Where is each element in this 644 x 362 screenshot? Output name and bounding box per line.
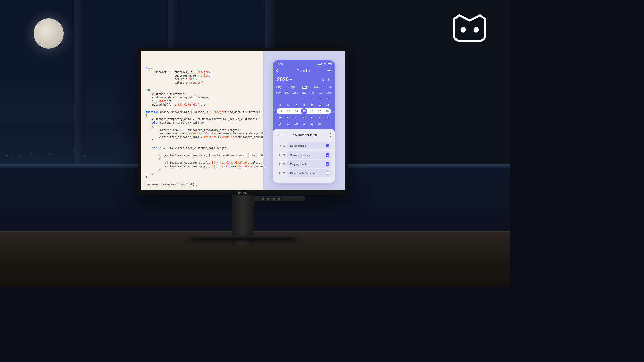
calendar-day[interactable]: 29: [301, 121, 307, 127]
calendar-day[interactable]: 15: [301, 108, 307, 114]
calendar-day[interactable]: 13: [285, 108, 292, 114]
tasks-date: 15 October 2020: [293, 133, 317, 137]
task-list: 9: 00Do exercises21: 00Spanish lessons21…: [276, 142, 332, 177]
calendar-day[interactable]: 25: [324, 115, 331, 120]
calendar-day[interactable]: 9: [309, 102, 315, 108]
task-checkbox[interactable]: [326, 171, 329, 175]
calendar-day[interactable]: 4: [324, 96, 331, 101]
calendar-week[interactable]: 12131415161718: [273, 108, 335, 114]
clock: 12:35: [276, 63, 283, 66]
battery-icon: [328, 63, 332, 65]
calendar-grid[interactable]: 1234567891011121314151617181920212223242…: [273, 95, 335, 127]
svg-point-4: [322, 79, 323, 80]
task-label: Spanish lessons: [287, 151, 332, 159]
month-tab[interactable]: Sept: [289, 85, 295, 89]
monitor-bezel: type TCustomer : { customer_id : integer…: [138, 48, 348, 195]
task-time: 21: 00: [276, 154, 285, 156]
calendar-day[interactable]: 27: [285, 121, 291, 127]
code-editor: type TCustomer : { customer_id : integer…: [141, 51, 263, 190]
tasks-panel: + 15 October 2020 9: 00Do exercises21: 0…: [273, 129, 335, 183]
app-header: To-do list: [273, 67, 335, 75]
month-tab[interactable]: Oct: [302, 85, 307, 89]
search-icon[interactable]: [321, 78, 324, 81]
calendar-day[interactable]: 22: [301, 115, 307, 120]
task-checkbox[interactable]: [326, 144, 329, 147]
task-row[interactable]: 21: 00Dinner with Catherine: [276, 169, 332, 177]
calendar-day[interactable]: 11: [324, 102, 331, 108]
calendar-week[interactable]: 1234: [273, 95, 335, 102]
calendar-week[interactable]: 567891011: [273, 102, 335, 108]
status-bar: 12:35: [273, 60, 335, 67]
calendar-day[interactable]: 17: [316, 108, 323, 114]
calendar-day[interactable]: 26: [277, 121, 283, 127]
svg-point-0: [461, 27, 466, 33]
back-icon[interactable]: [276, 69, 280, 72]
calendar-day[interactable]: 3: [317, 96, 323, 101]
monitor-brand: BenQ: [138, 191, 348, 194]
monitor: type TCustomer : { customer_id : integer…: [138, 48, 348, 249]
task-checkbox[interactable]: [326, 162, 329, 166]
year-selector[interactable]: 2020: [277, 77, 292, 83]
calendar-day[interactable]: 23: [309, 115, 315, 120]
calendar-day[interactable]: 8: [301, 102, 307, 108]
calendar-day[interactable]: 24: [317, 115, 323, 120]
task-time: 21: 00: [276, 163, 285, 165]
monitor-stand: [191, 235, 296, 239]
wifi-icon: [323, 63, 326, 66]
calendar-day: [285, 96, 291, 101]
calendar-day[interactable]: 18: [324, 108, 330, 114]
calendar-day[interactable]: 6: [285, 102, 291, 108]
calendar-day: [293, 96, 300, 101]
svg-point-3: [329, 70, 330, 71]
app-preview-pane: 12:35 To-do list 202: [263, 51, 345, 190]
calendar-day[interactable]: 10: [317, 102, 323, 108]
calendar-week[interactable]: 262728293031: [273, 121, 335, 127]
calendar-day: [324, 121, 331, 127]
calendar-day: [277, 96, 283, 101]
signal-icon: [318, 63, 322, 65]
calendar-day[interactable]: 1: [301, 96, 307, 101]
next-week-icon[interactable]: [331, 110, 334, 112]
calendar-day[interactable]: 2: [309, 96, 315, 101]
task-row[interactable]: 9: 00Do exercises: [276, 142, 332, 149]
calendar-day[interactable]: 20: [285, 115, 291, 120]
task-label: Playing tennis: [287, 160, 332, 168]
calendar-day[interactable]: 14: [293, 108, 300, 114]
day-of-week-header: MONTUEWEDTHUFRISATSUN: [273, 91, 335, 95]
task-label: Do exercises: [287, 142, 332, 149]
task-label: Dinner with Catherine: [287, 169, 332, 177]
month-tab[interactable]: Nov: [314, 85, 319, 89]
year-row: 2020: [273, 75, 335, 85]
more-icon[interactable]: [330, 133, 331, 137]
task-time: 9: 00: [276, 145, 285, 147]
calendar-day[interactable]: 21: [293, 115, 300, 120]
calendar-day[interactable]: 28: [293, 121, 300, 127]
calendar-day[interactable]: 30: [309, 121, 315, 127]
task-time: 21: 00: [276, 172, 285, 174]
calendar-week[interactable]: 19202122232425: [273, 114, 335, 121]
bell-icon[interactable]: [328, 78, 331, 81]
svg-point-1: [474, 27, 479, 33]
app-title: To-do list: [297, 69, 310, 73]
gear-icon[interactable]: [327, 69, 331, 73]
calendar-day[interactable]: 31: [317, 121, 323, 127]
calendar-day[interactable]: 7: [293, 102, 300, 108]
month-tab[interactable]: Aug: [276, 85, 281, 89]
phone-mock: 12:35 To-do list 202: [273, 60, 335, 183]
calendar-day[interactable]: 5: [277, 102, 283, 108]
task-row[interactable]: 21: 00Spanish lessons: [276, 151, 332, 159]
caret-down-icon: [290, 79, 292, 80]
calendar-day[interactable]: 16: [308, 108, 315, 114]
monitor-screen: type TCustomer : { customer_id : integer…: [141, 51, 345, 190]
task-checkbox[interactable]: [326, 153, 329, 157]
month-tabs[interactable]: AugSeptOctNovDec: [273, 85, 335, 91]
month-tab[interactable]: Dec: [326, 85, 332, 89]
owl-logo-icon: [449, 13, 490, 43]
svg-point-2: [325, 65, 325, 65]
prev-week-icon[interactable]: [274, 110, 276, 112]
add-task-button[interactable]: +: [277, 132, 279, 138]
calendar-day[interactable]: 19: [277, 115, 283, 120]
calendar-day[interactable]: 12: [277, 108, 284, 114]
task-row[interactable]: 21: 00Playing tennis: [276, 160, 332, 168]
